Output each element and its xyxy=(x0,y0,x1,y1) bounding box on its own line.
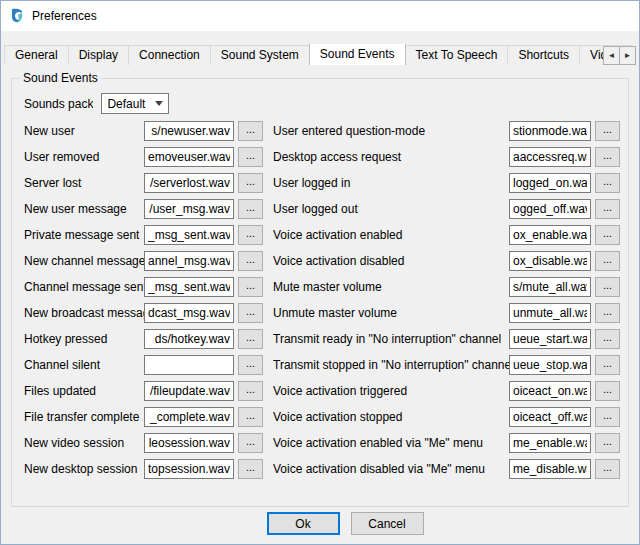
tab-text-to-speech[interactable]: Text To Speech xyxy=(405,45,509,65)
sound-file-input[interactable] xyxy=(509,121,591,141)
browse-button[interactable]: ... xyxy=(238,225,263,245)
sounds-pack-select[interactable]: Default xyxy=(101,93,169,114)
sound-event-row: New user ... User entered question-mode … xyxy=(24,118,628,144)
tab-sound-events[interactable]: Sound Events xyxy=(309,44,406,65)
event-label: New desktop session xyxy=(24,462,144,476)
sound-file-input[interactable] xyxy=(509,459,591,479)
browse-button[interactable]: ... xyxy=(595,225,620,245)
browse-button[interactable]: ... xyxy=(238,381,263,401)
sound-events-rows: New user ... User entered question-mode … xyxy=(24,118,628,482)
sound-file-input[interactable] xyxy=(144,147,234,167)
sound-file-input[interactable] xyxy=(144,459,234,479)
event-label: Server lost xyxy=(24,176,144,190)
sound-file-input[interactable] xyxy=(509,277,591,297)
browse-button[interactable]: ... xyxy=(595,407,620,427)
tab-bar: General Display Connection Sound System … xyxy=(4,44,636,65)
event-label: Transmit stopped in "No interruption" ch… xyxy=(273,358,509,372)
browse-button[interactable]: ... xyxy=(238,173,263,193)
browse-button[interactable]: ... xyxy=(238,147,263,167)
sound-file-input[interactable] xyxy=(144,225,234,245)
browse-button[interactable]: ... xyxy=(595,199,620,219)
sound-file-input[interactable] xyxy=(509,355,591,375)
browse-button[interactable]: ... xyxy=(238,433,263,453)
browse-button[interactable]: ... xyxy=(238,199,263,219)
event-label: User logged in xyxy=(273,176,509,190)
browse-button[interactable]: ... xyxy=(595,277,620,297)
sound-file-input[interactable] xyxy=(509,199,591,219)
sound-event-row: User removed ... Desktop access request … xyxy=(24,144,628,170)
browse-button[interactable]: ... xyxy=(595,433,620,453)
browse-button[interactable]: ... xyxy=(238,277,263,297)
event-label: Unmute master volume xyxy=(273,306,509,320)
ok-button[interactable]: Ok xyxy=(267,512,340,535)
sound-file-input[interactable] xyxy=(144,329,234,349)
browse-button[interactable]: ... xyxy=(595,355,620,375)
browse-button[interactable]: ... xyxy=(595,459,620,479)
browse-button[interactable]: ... xyxy=(595,147,620,167)
titlebar[interactable]: Preferences xyxy=(1,1,639,31)
tab-connection[interactable]: Connection xyxy=(128,45,211,65)
sound-file-input[interactable] xyxy=(509,407,591,427)
event-label: User logged out xyxy=(273,202,509,216)
sound-file-input[interactable] xyxy=(144,303,234,323)
sounds-pack-label: Sounds pack xyxy=(24,97,93,111)
tab-display[interactable]: Display xyxy=(68,45,129,65)
event-label: Files updated xyxy=(24,384,144,398)
browse-button[interactable]: ... xyxy=(238,251,263,271)
browse-button[interactable]: ... xyxy=(595,381,620,401)
browse-button[interactable]: ... xyxy=(238,407,263,427)
sound-file-input[interactable] xyxy=(144,381,234,401)
tab-sound-system[interactable]: Sound System xyxy=(210,45,310,65)
tab-general[interactable]: General xyxy=(4,45,69,65)
sound-event-row: New desktop session ... Voice activation… xyxy=(24,456,628,482)
sound-file-input[interactable] xyxy=(509,173,591,193)
tab-scroll-left-icon[interactable]: ◄ xyxy=(603,46,620,65)
sound-file-input[interactable] xyxy=(144,251,234,271)
sound-event-row: Private message sent ... Voice activatio… xyxy=(24,222,628,248)
sound-file-input[interactable] xyxy=(509,225,591,245)
sound-file-input[interactable] xyxy=(509,147,591,167)
browse-button[interactable]: ... xyxy=(595,121,620,141)
event-label: Voice activation stopped xyxy=(273,410,509,424)
event-label: User removed xyxy=(24,150,144,164)
sound-event-row: File transfer complete ... Voice activat… xyxy=(24,404,628,430)
tab-shortcuts[interactable]: Shortcuts xyxy=(507,45,580,65)
chevron-down-icon xyxy=(155,101,163,106)
event-label: Voice activation enabled via "Me" menu xyxy=(273,436,509,450)
sound-file-input[interactable] xyxy=(144,199,234,219)
browse-button[interactable]: ... xyxy=(238,329,263,349)
sound-file-input[interactable] xyxy=(509,433,591,453)
tab-scroll-right-icon[interactable]: ► xyxy=(619,46,636,65)
sound-file-input[interactable] xyxy=(509,329,591,349)
sound-file-input[interactable] xyxy=(509,251,591,271)
event-label: New video session xyxy=(24,436,144,450)
browse-button[interactable]: ... xyxy=(595,173,620,193)
event-label: New channel message xyxy=(24,254,144,268)
sound-event-row: Server lost ... User logged in ... xyxy=(24,170,628,196)
event-label: User entered question-mode xyxy=(273,124,509,138)
sound-file-input[interactable] xyxy=(144,433,234,453)
browse-button[interactable]: ... xyxy=(595,303,620,323)
sound-file-input[interactable] xyxy=(144,407,234,427)
sound-event-row: Channel silent ... Transmit stopped in "… xyxy=(24,352,628,378)
browse-button[interactable]: ... xyxy=(238,121,263,141)
browse-button[interactable]: ... xyxy=(238,459,263,479)
sound-file-input[interactable] xyxy=(509,303,591,323)
sound-file-input[interactable] xyxy=(509,381,591,401)
event-label: New user message xyxy=(24,202,144,216)
event-label: File transfer complete xyxy=(24,410,144,424)
cancel-button[interactable]: Cancel xyxy=(351,512,424,535)
browse-button[interactable]: ... xyxy=(238,355,263,375)
event-label: Voice activation enabled xyxy=(273,228,509,242)
browse-button[interactable]: ... xyxy=(595,251,620,271)
sound-file-input[interactable] xyxy=(144,277,234,297)
event-label: Private message sent xyxy=(24,228,144,242)
event-label: New user xyxy=(24,124,144,138)
browse-button[interactable]: ... xyxy=(595,329,620,349)
sounds-pack-row: Sounds pack Default xyxy=(24,93,628,114)
sound-file-input[interactable] xyxy=(144,173,234,193)
sound-file-input[interactable] xyxy=(144,121,234,141)
sound-file-input[interactable] xyxy=(144,355,234,375)
browse-button[interactable]: ... xyxy=(238,303,263,323)
preferences-window: Preferences General Display Connection S… xyxy=(0,0,640,545)
